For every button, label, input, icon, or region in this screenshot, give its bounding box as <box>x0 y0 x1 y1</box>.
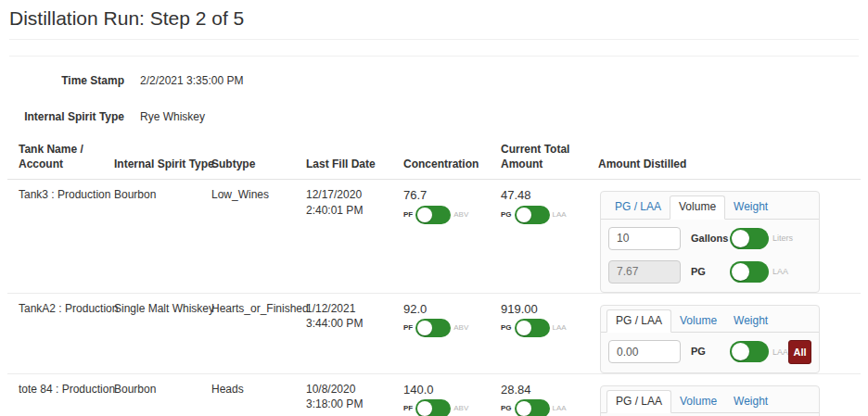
pf-abv-toggle[interactable] <box>415 399 451 416</box>
tab-volume[interactable]: Volume <box>671 310 725 332</box>
table-row: Tank3 : Production Bourbon Low_Wines 12/… <box>7 180 861 292</box>
header-concentration: Concentration <box>403 157 501 171</box>
internal-spirit-type-row: Internal Spirit Type Rye Whiskey <box>0 110 868 123</box>
internal-spirit-type-label: Internal Spirit Type <box>0 110 124 123</box>
header-internal-spirit-type: Internal Spirit Type <box>114 157 211 171</box>
divider <box>9 39 859 40</box>
tank-name-cell: Tank3 : Production <box>19 180 114 202</box>
time-stamp-label: Time Stamp <box>0 74 124 87</box>
concentration-value: 76.7 <box>403 187 491 204</box>
table-header-row: Tank Name / Account Internal Spirit Type… <box>7 142 861 180</box>
laa-label: LAA <box>553 323 567 334</box>
time-stamp-value: 2/2/2021 3:35:00 PM <box>140 74 243 87</box>
internal-spirit-type-value: Rye Whiskey <box>140 110 205 123</box>
toggle-knob <box>417 321 432 335</box>
header-subtype: Subtype <box>211 157 306 171</box>
amount-tabs: PG / LAA Volume Weight <box>601 306 819 333</box>
pg-input-row: PG LAA All <box>608 340 811 364</box>
abv-label: ABV <box>453 210 468 221</box>
table-row: tote 84 : Production Bourbon Heads 10/8/… <box>7 373 861 416</box>
pf-abv-toggle[interactable] <box>415 319 451 337</box>
toggle-knob <box>732 343 749 360</box>
subtype-cell: Low_Wines <box>211 180 306 202</box>
toggle-knob <box>417 208 432 222</box>
tab-volume[interactable]: Volume <box>670 195 725 219</box>
toggle-knob <box>417 401 432 416</box>
divider <box>9 56 859 57</box>
subtype-cell: Hearts_or_Finished <box>211 294 306 316</box>
current-total-cell: 919.00 PG LAA <box>501 294 598 338</box>
page-title: Distillation Run: Step 2 of 5 <box>9 7 868 30</box>
pg-laa-toggle[interactable] <box>730 341 769 362</box>
pg-label: PG <box>501 210 512 221</box>
pg-laa-toggle[interactable] <box>515 319 550 337</box>
tank-name-cell: TankA2 : Production <box>19 294 114 316</box>
run-summary-form: Time Stamp 2/2/2021 3:35:00 PM Internal … <box>0 74 868 123</box>
subtype-cell: Heads <box>211 374 306 397</box>
amount-distilled-cell: PG / LAA Volume Weight PG LAA All <box>598 374 861 416</box>
pf-label: PF <box>403 404 413 414</box>
last-fill-date-cell: 1/12/2021 3:44:00 PM <box>306 294 403 331</box>
tab-pg-laa[interactable]: PG / LAA <box>606 309 671 333</box>
header-amount-distilled: Amount Distilled <box>598 157 861 171</box>
header-last-fill-date: Last Fill Date <box>306 157 403 171</box>
pg-laa-toggle[interactable] <box>515 399 550 416</box>
tab-volume[interactable]: Volume <box>671 391 725 412</box>
current-total-value: 47.48 <box>501 187 589 204</box>
gallons-label: Gallons <box>691 232 730 246</box>
gallons-amount-input[interactable] <box>608 227 681 250</box>
pg-laa-toggle[interactable] <box>730 261 769 283</box>
tab-weight[interactable]: Weight <box>725 391 776 412</box>
header-current-total-amount: Current Total Amount <box>501 142 598 171</box>
pf-abv-toggle[interactable] <box>415 206 451 224</box>
amount-distilled-cell: PG / LAA Volume Weight Gallons Liters PG <box>598 180 861 292</box>
tab-pg-laa[interactable]: PG / LAA <box>606 196 670 218</box>
concentration-value: 92.0 <box>403 301 491 318</box>
table-row: TankA2 : Production Single Malt Whiskey … <box>7 293 861 373</box>
time-stamp-row: Time Stamp 2/2/2021 3:35:00 PM <box>0 74 868 87</box>
tab-weight[interactable]: Weight <box>725 310 776 332</box>
volume-input-row: Gallons Liters <box>608 227 811 250</box>
header-tank-name: Tank Name / Account <box>19 142 114 171</box>
pf-label: PF <box>403 323 413 334</box>
last-fill-date-cell: 10/8/2020 3:18:00 PM <box>306 374 403 411</box>
tab-weight[interactable]: Weight <box>725 196 776 218</box>
tab-pg-laa[interactable]: PG / LAA <box>606 390 671 413</box>
pg-label: PG <box>501 404 512 414</box>
pf-label: PF <box>403 210 413 221</box>
concentration-cell: 76.7 PF ABV <box>403 180 501 224</box>
pg-label: PG <box>501 323 512 334</box>
all-button[interactable]: All <box>788 340 811 364</box>
laa-label: LAA <box>772 347 788 358</box>
pg-laa-toggle[interactable] <box>515 206 550 224</box>
internal-spirit-type-cell: Bourbon <box>114 374 211 397</box>
amount-distilled-cell: PG / LAA Volume Weight PG LAA All <box>598 294 861 373</box>
toggle-knob <box>732 263 749 281</box>
amount-tabs: PG / LAA Volume Weight <box>601 192 819 219</box>
amount-distilled-panel: PG / LAA Volume Weight Gallons Liters PG <box>600 191 820 292</box>
liters-label: Liters <box>772 233 793 244</box>
internal-spirit-type-cell: Bourbon <box>114 180 211 202</box>
abv-label: ABV <box>453 404 468 414</box>
toggle-knob <box>517 321 531 335</box>
pg-input-row: PG LAA <box>608 260 811 284</box>
concentration-cell: 92.0 PF ABV <box>403 294 501 338</box>
gallons-liters-toggle[interactable] <box>730 228 769 249</box>
toggle-knob <box>517 208 531 222</box>
toggle-knob <box>732 230 749 247</box>
amount-distilled-panel: PG / LAA Volume Weight PG LAA All <box>600 305 820 373</box>
amount-distilled-panel: PG / LAA Volume Weight PG LAA All <box>600 385 820 416</box>
current-total-cell: 47.48 PG LAA <box>501 180 598 224</box>
toggle-knob <box>517 401 531 416</box>
amount-tabs: PG / LAA Volume Weight <box>601 386 819 413</box>
tanks-table: Tank Name / Account Internal Spirit Type… <box>7 142 861 416</box>
pg-label: PG <box>691 265 730 279</box>
last-fill-date-cell: 12/17/2020 2:40:01 PM <box>306 180 403 217</box>
abv-label: ABV <box>453 323 468 334</box>
concentration-cell: 140.0 PF ABV <box>403 374 501 416</box>
pg-amount-input[interactable] <box>608 340 681 363</box>
current-total-cell: 28.84 PG LAA <box>501 374 598 416</box>
laa-label: LAA <box>772 266 788 277</box>
pg-amount-input <box>608 260 681 284</box>
pg-label: PG <box>691 345 730 359</box>
